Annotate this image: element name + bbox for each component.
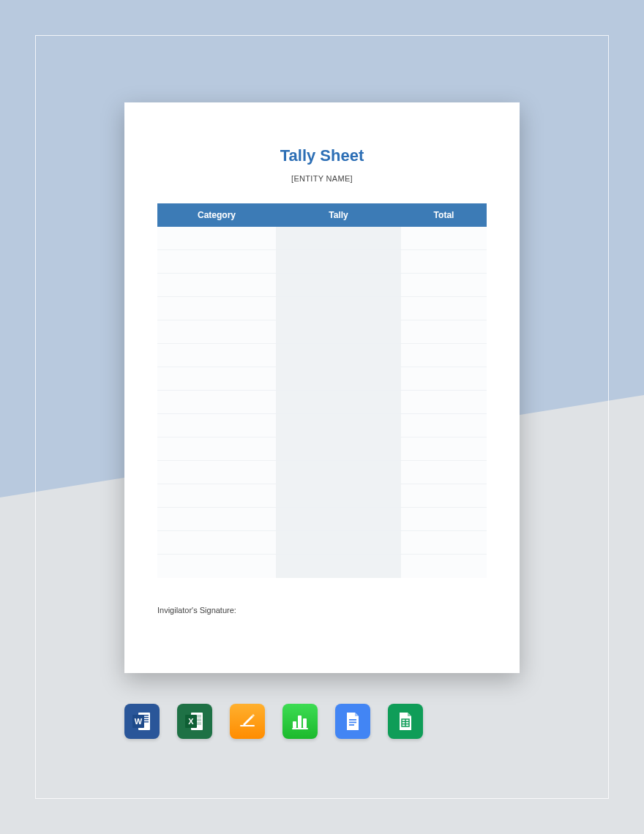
cell-total bbox=[401, 367, 487, 390]
table-row bbox=[157, 437, 487, 461]
table-row bbox=[157, 414, 487, 437]
cell-category bbox=[157, 391, 276, 413]
cell-total bbox=[401, 227, 487, 249]
cell-total bbox=[401, 391, 487, 413]
cell-total bbox=[401, 344, 487, 367]
table-row bbox=[157, 555, 487, 578]
table-row bbox=[157, 344, 487, 367]
cell-total bbox=[401, 414, 487, 437]
svg-rect-9 bbox=[197, 715, 201, 718]
svg-rect-19 bbox=[303, 718, 307, 728]
cell-total bbox=[401, 274, 487, 296]
tally-table: Category Tally Total bbox=[157, 203, 487, 578]
cell-category bbox=[157, 555, 276, 578]
table-body bbox=[157, 227, 487, 578]
svg-rect-21 bbox=[349, 719, 356, 721]
word-icon[interactable]: W bbox=[124, 704, 160, 739]
cell-tally bbox=[276, 414, 401, 437]
cell-total bbox=[401, 555, 487, 578]
app-icon-row: W X bbox=[124, 704, 423, 739]
numbers-icon[interactable] bbox=[282, 704, 318, 739]
cell-tally bbox=[276, 391, 401, 413]
svg-rect-23 bbox=[349, 724, 354, 726]
cell-category bbox=[157, 484, 276, 507]
cell-tally bbox=[276, 508, 401, 530]
svg-rect-17 bbox=[293, 721, 296, 728]
table-row bbox=[157, 227, 487, 250]
cell-tally bbox=[276, 461, 401, 484]
cell-category bbox=[157, 367, 276, 390]
cell-total bbox=[401, 461, 487, 484]
cell-category bbox=[157, 227, 276, 249]
cell-total bbox=[401, 508, 487, 530]
table-row bbox=[157, 391, 487, 414]
excel-icon[interactable]: X bbox=[177, 704, 212, 739]
table-row bbox=[157, 531, 487, 555]
svg-rect-11 bbox=[197, 718, 201, 721]
cell-category bbox=[157, 508, 276, 530]
google-sheets-icon[interactable] bbox=[388, 704, 423, 739]
table-header-row: Category Tally Total bbox=[157, 203, 487, 227]
cell-total bbox=[401, 484, 487, 507]
table-row bbox=[157, 274, 487, 297]
cell-category bbox=[157, 274, 276, 296]
cell-tally bbox=[276, 367, 401, 390]
table-row bbox=[157, 461, 487, 484]
cell-tally bbox=[276, 344, 401, 367]
svg-rect-22 bbox=[349, 722, 356, 724]
cell-category bbox=[157, 461, 276, 484]
table-row bbox=[157, 484, 487, 508]
page-title: Tally Sheet bbox=[157, 146, 487, 165]
signature-label: Invigilator's Signature: bbox=[157, 606, 487, 615]
cell-total bbox=[401, 297, 487, 320]
cell-tally bbox=[276, 531, 401, 554]
cell-tally bbox=[276, 437, 401, 460]
svg-rect-20 bbox=[292, 728, 308, 729]
google-docs-icon[interactable] bbox=[335, 704, 370, 739]
column-header-category: Category bbox=[157, 203, 276, 227]
svg-rect-18 bbox=[298, 715, 302, 728]
cell-total bbox=[401, 531, 487, 554]
cell-category bbox=[157, 437, 276, 460]
entity-name-placeholder: [ENTITY NAME] bbox=[157, 174, 487, 183]
svg-rect-13 bbox=[197, 722, 201, 725]
pages-icon[interactable] bbox=[230, 704, 265, 739]
table-row bbox=[157, 297, 487, 320]
document-page: Tally Sheet [ENTITY NAME] Category Tally… bbox=[124, 102, 520, 673]
svg-rect-16 bbox=[240, 725, 255, 726]
cell-total bbox=[401, 320, 487, 343]
cell-category bbox=[157, 297, 276, 320]
column-header-tally: Tally bbox=[276, 203, 401, 227]
cell-tally bbox=[276, 227, 401, 249]
cell-category bbox=[157, 320, 276, 343]
svg-text:X: X bbox=[188, 717, 194, 726]
cell-category bbox=[157, 250, 276, 273]
cell-tally bbox=[276, 274, 401, 296]
cell-total bbox=[401, 437, 487, 460]
cell-tally bbox=[276, 484, 401, 507]
svg-text:W: W bbox=[135, 717, 143, 726]
cell-tally bbox=[276, 297, 401, 320]
cell-category bbox=[157, 531, 276, 554]
cell-tally bbox=[276, 320, 401, 343]
table-row bbox=[157, 250, 487, 274]
cell-tally bbox=[276, 555, 401, 578]
column-header-total: Total bbox=[401, 203, 487, 227]
table-row bbox=[157, 508, 487, 531]
cell-total bbox=[401, 250, 487, 273]
cell-category bbox=[157, 414, 276, 437]
cell-category bbox=[157, 344, 276, 367]
cell-tally bbox=[276, 250, 401, 273]
table-row bbox=[157, 320, 487, 344]
table-row bbox=[157, 367, 487, 391]
